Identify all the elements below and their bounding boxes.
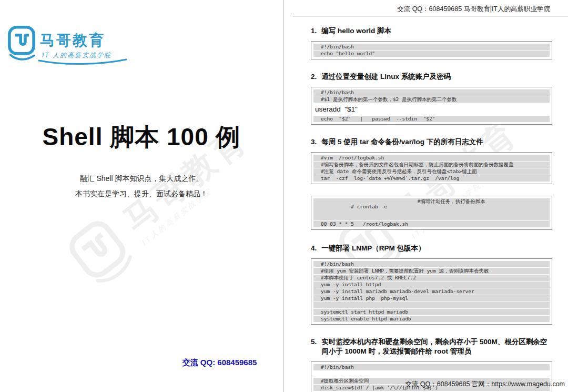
code-line: #!/bin/bash bbox=[313, 364, 550, 370]
code-line: systemctl start httpd mariadb bbox=[313, 309, 550, 315]
code-line: #编写备份脚本，备份后的文件名包含日期标签，防止后面的备份将前面的备份数据覆盖 bbox=[313, 162, 550, 168]
code-line: #$1 是执行脚本的第一个参数，$2 是执行脚本的第二个参数 bbox=[313, 96, 550, 103]
code-block-crontab: # crontab -e #编写计划任务，执行备份脚本 00 03 * * 5 … bbox=[311, 196, 552, 230]
code-line: #使用 yum 安装部署 LNMP，需要提前配置好 yum 源，否则该脚本会失败 bbox=[313, 268, 550, 274]
code-block: #vim /root/logbak.sh #编写备份脚本，备份后的文件名包含日期… bbox=[311, 152, 552, 184]
magedu-logo-icon bbox=[6, 25, 37, 62]
section-5-title: 5. 实时监控本机内存和硬盘剩余空间，剩余内存小于 500M、根分区剩余空间小于… bbox=[311, 337, 552, 356]
code-line: #!/bin/bash bbox=[313, 261, 550, 267]
section-4: 4. 一键部署 LNMP（RPM 包版本） #!/bin/bash #使用 yu… bbox=[311, 244, 552, 325]
code-text: # crontab -e bbox=[351, 204, 387, 209]
code-block: #!/bin/bash #$1 是执行脚本的第一个参数，$2 是执行脚本的第二个… bbox=[311, 87, 552, 125]
code-line: # crontab -e #编写计划任务，执行备份脚本 bbox=[313, 198, 550, 220]
section-title-text: 通过位置变量创建 Linux 系统账户及密码 bbox=[321, 72, 552, 82]
code-line: #注意 date 命令需要使用反引号括起来，反引号在键盘<tab>键上面 bbox=[313, 168, 550, 175]
code-line: tar -czf log-`date +%Y%m%d`.tar.gz /var/… bbox=[313, 175, 550, 182]
section-1: 1. 编写 hello world 脚本 #!/bin/bash echo "h… bbox=[311, 26, 552, 59]
section-3-title: 3. 每周 5 使用 tar 命令备份/var/log 下的所有日志文件 bbox=[311, 137, 552, 147]
section-2: 2. 通过位置变量创建 Linux 系统账户及密码 #!/bin/bash #$… bbox=[311, 72, 552, 125]
section-number: 2. bbox=[311, 72, 317, 82]
header-rule bbox=[293, 16, 568, 16]
brand-name: 马哥教育 bbox=[40, 31, 105, 51]
section-number: 4. bbox=[311, 244, 317, 253]
code-line: yum -y install php php-mysql bbox=[313, 295, 550, 301]
code-line: echo "$2" | passwd --stdin "$2" bbox=[313, 116, 550, 122]
code-line-blank bbox=[313, 371, 550, 377]
book-subtitle-2: 本书实在是学习、提升、面试必备精品！ bbox=[0, 189, 283, 199]
page-header: 交流 QQ：608459685 马哥教育|IT人的高薪职业学院 bbox=[397, 5, 550, 14]
section-title-text: 一键部署 LNMP（RPM 包版本） bbox=[321, 244, 552, 253]
section-title-text: 每周 5 使用 tar 命令备份/var/log 下的所有日志文件 bbox=[321, 137, 552, 147]
code-line: #!/bin/bash bbox=[313, 44, 550, 50]
code-line: 00 03 * * 5 /root/logbak.sh bbox=[313, 221, 550, 227]
code-line: yum -y install mariadb mariadb-devel mar… bbox=[313, 288, 550, 295]
page-footer: 交流 QQ：608459685 官网：https://www.magedu.co… bbox=[405, 380, 565, 389]
code-line-blank bbox=[313, 302, 550, 308]
book-title: Shell 脚本 100 例 bbox=[0, 121, 283, 154]
tagline-underline-swoosh bbox=[38, 58, 127, 67]
section-number: 1. bbox=[311, 26, 317, 36]
cover-page: 马哥教育 IT 人的高薪实战学院 Shell 脚本 100 例 融汇 Shell… bbox=[0, 0, 283, 392]
code-line: #!/bin/bash bbox=[313, 89, 550, 96]
section-title-text: 编写 hello world 脚本 bbox=[321, 26, 552, 36]
inline-comment: #编写计划任务，执行备份脚本 bbox=[418, 199, 485, 204]
code-line-plain: useradd "$1" bbox=[313, 103, 550, 115]
section-1-title: 1. 编写 hello world 脚本 bbox=[311, 26, 552, 36]
code-line: #本脚本使用于 centos7.2 或 RHEL7.2 bbox=[313, 275, 550, 281]
code-line: yum -y install httpd bbox=[313, 282, 550, 288]
content-page: 交流 QQ：608459685 马哥教育|IT人的高薪职业学院 1. 编写 he… bbox=[284, 0, 568, 392]
section-3: 3. 每周 5 使用 tar 命令备份/var/log 下的所有日志文件 #vi… bbox=[311, 137, 552, 230]
section-number: 5. bbox=[311, 337, 317, 356]
section-4-title: 4. 一键部署 LNMP（RPM 包版本） bbox=[311, 244, 552, 253]
code-block: #!/bin/bash echo "hello world" bbox=[311, 41, 552, 59]
code-line: echo "hello world" bbox=[313, 51, 550, 57]
section-2-title: 2. 通过位置变量创建 Linux 系统账户及密码 bbox=[311, 72, 552, 82]
book-subtitle-1: 融汇 Shell 脚本知识点，集大成之作。 bbox=[0, 174, 283, 184]
code-block: #!/bin/bash #使用 yum 安装部署 LNMP，需要提前配置好 yu… bbox=[311, 258, 552, 325]
code-line: #vim /root/logbak.sh bbox=[313, 155, 550, 161]
section-title-text: 实时监控本机内存和硬盘剩余空间，剩余内存小于 500M、根分区剩余空间小于 10… bbox=[321, 337, 552, 356]
code-line: systemctl enable httpd mariadb bbox=[313, 316, 550, 322]
section-number: 3. bbox=[311, 137, 317, 147]
page-content: 1. 编写 hello world 脚本 #!/bin/bash echo "h… bbox=[311, 21, 552, 392]
contact-qq: 交流 QQ: 608459685 bbox=[160, 358, 279, 368]
